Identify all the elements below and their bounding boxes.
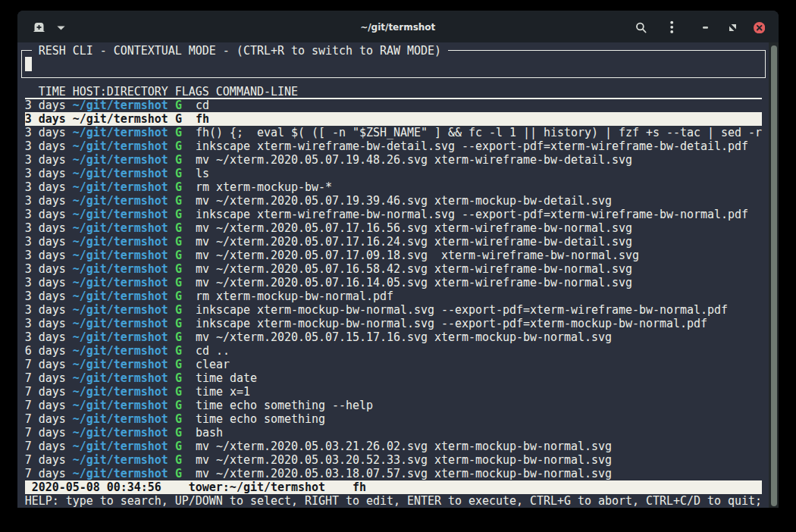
history-row[interactable]: 7 days ~/git/termshot G mv ~/xterm.2020.…	[18, 453, 612, 467]
history-row[interactable]: 3 days ~/git/termshot G mv ~/xterm.2020.…	[18, 262, 632, 276]
search-icon	[634, 20, 647, 34]
history-row[interactable]: 7 days ~/git/termshot G time x=1	[18, 385, 250, 399]
search-button[interactable]	[634, 20, 647, 34]
scrollbar-thumb[interactable]	[771, 45, 776, 506]
history-row[interactable]: 3 days ~/git/termshot G mv ~/xterm.2020.…	[18, 276, 632, 289]
kebab-menu-icon	[669, 20, 675, 34]
history-row[interactable]: 3 days ~/git/termshot G fh	[18, 112, 209, 126]
restore-icon	[729, 24, 736, 31]
resh-cli-grid: RESH CLI - CONTEXTUAL MODE - (CTRL+R to …	[18, 44, 769, 508]
history-row[interactable]: 6 days ~/git/termshot G cd ..	[18, 344, 230, 358]
history-row[interactable]: 7 days ~/git/termshot G time echo someth…	[18, 399, 373, 412]
history-row[interactable]: 3 days ~/git/termshot G mv ~/xterm.2020.…	[18, 221, 632, 235]
history-row[interactable]: 3 days ~/git/termshot G mv ~/xterm.2020.…	[18, 153, 632, 167]
resh-box-title: RESH CLI - CONTEXTUAL MODE - (CTRL+R to …	[32, 44, 448, 58]
history-row[interactable]: 3 days ~/git/termshot G ls	[18, 167, 209, 180]
close-icon	[754, 22, 765, 33]
close-button[interactable]	[754, 22, 765, 33]
titlebar: ~/git/termshot	[17, 11, 779, 42]
history-row[interactable]: 3 days ~/git/termshot G mv ~/xterm.2020.…	[18, 235, 632, 249]
history-row[interactable]: 7 days ~/git/termshot G bash	[18, 426, 223, 440]
minimize-icon	[703, 27, 708, 29]
history-row[interactable]: 3 days ~/git/termshot G mv ~/xterm.2020.…	[18, 194, 612, 208]
window-title: ~/git/termshot	[17, 12, 779, 44]
menu-button[interactable]	[669, 20, 675, 34]
history-row[interactable]: 3 days ~/git/termshot G inkscape xterm-m…	[18, 317, 707, 330]
restore-button[interactable]	[729, 24, 736, 31]
history-row[interactable]: 3 days ~/git/termshot G fh() {; eval $( …	[18, 126, 762, 139]
history-row[interactable]: 3 days ~/git/termshot G rm xterm-mockup-…	[18, 289, 393, 303]
history-row[interactable]: 7 days ~/git/termshot G mv ~/xterm.2020.…	[18, 467, 612, 480]
table-header: TIME HOST:DIRECTORY FLAGS COMMAND-LINE	[25, 85, 298, 99]
minimize-button[interactable]	[703, 27, 708, 29]
help-line: HELP: type to search, UP/DOWN to select,…	[25, 494, 762, 508]
history-row[interactable]: 3 days ~/git/termshot G mv ~/xterm.2020.…	[18, 249, 639, 262]
history-row[interactable]: 3 days ~/git/termshot G cd	[18, 99, 209, 112]
history-row[interactable]: 7 days ~/git/termshot G clear	[18, 358, 230, 371]
terminal-window: ~/git/termshot	[17, 11, 779, 508]
input-cursor[interactable]	[25, 57, 32, 71]
history-row[interactable]: 7 days ~/git/termshot G time echo someth…	[18, 412, 325, 426]
history-row[interactable]: 3 days ~/git/termshot G inkscape xterm-w…	[18, 139, 748, 153]
terminal-screen[interactable]: RESH CLI - CONTEXTUAL MODE - (CTRL+R to …	[17, 42, 779, 509]
history-row[interactable]: 3 days ~/git/termshot G rm xterm-mockup-…	[18, 180, 332, 194]
status-bar-text: 2020-05-08 00:34:56 tower:~/git/termshot…	[25, 480, 366, 494]
history-row[interactable]: 7 days ~/git/termshot G mv ~/xterm.2020.…	[18, 440, 612, 453]
history-row[interactable]: 3 days ~/git/termshot G inkscape xterm-m…	[18, 303, 728, 317]
history-row[interactable]: 7 days ~/git/termshot G time date	[18, 371, 257, 385]
scrollbar-track[interactable]	[769, 42, 779, 509]
history-row[interactable]: 3 days ~/git/termshot G inkscape xterm-w…	[18, 208, 748, 221]
history-row[interactable]: 3 days ~/git/termshot G mv ~/xterm.2020.…	[18, 330, 612, 344]
